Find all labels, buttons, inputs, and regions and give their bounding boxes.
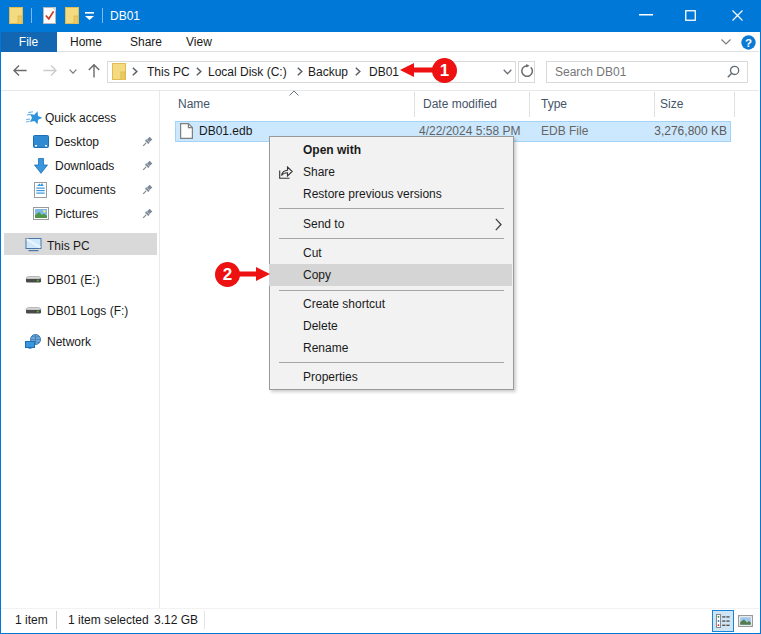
svg-text:?: ? [745,37,752,49]
